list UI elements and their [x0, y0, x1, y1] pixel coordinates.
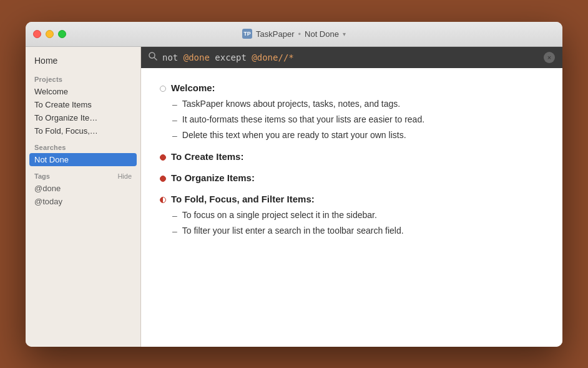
content-area: not @done except @done//* × Welcome: – T…: [141, 47, 562, 347]
search-query[interactable]: not @done except @done//*: [162, 52, 539, 62]
tag-item-done[interactable]: @done: [26, 182, 140, 195]
project-to-organize-items: To Organize Items:: [160, 171, 544, 186]
task-text: Delete this text when you are ready to s…: [182, 128, 406, 142]
task-text: To focus on a single project select it i…: [182, 208, 377, 222]
minimize-button[interactable]: [46, 30, 54, 38]
project-welcome: Welcome: – TaskPaper knows about project…: [160, 81, 544, 143]
tag-item-today[interactable]: @today: [26, 195, 140, 208]
project-to-organize-items-header: To Organize Items:: [160, 171, 544, 186]
search-keyword-except: except: [210, 52, 252, 62]
sidebar-item-home[interactable]: Home: [26, 52, 140, 69]
task-dash-icon: –: [172, 129, 177, 142]
sidebar-section-tags: Tags: [34, 172, 50, 180]
project-to-create-items-header: To Create Items:: [160, 149, 544, 164]
chevron-down-icon[interactable]: ▾: [343, 31, 346, 37]
window-title: TP TaskPaper • Not Done ▾: [242, 29, 346, 39]
search-keyword-not: not: [162, 52, 184, 62]
project-to-organize-items-bullet: [160, 176, 166, 182]
sidebar-section-searches: Searches: [26, 137, 140, 153]
task-item: – TaskPaper knows about projects, tasks,…: [172, 97, 544, 111]
app-window: TP TaskPaper • Not Done ▾ Home Projects …: [26, 22, 562, 347]
task-text: TaskPaper knows about projects, tasks, n…: [182, 97, 400, 111]
task-text: It auto-formats these items so that your…: [182, 112, 424, 126]
project-to-fold-focus: To Fold, Focus, and Filter Items: – To f…: [160, 192, 544, 239]
sidebar-item-to-create-items[interactable]: To Create Items: [26, 98, 140, 111]
tags-hide-button[interactable]: Hide: [117, 172, 132, 180]
task-item: – It auto-formats these items so that yo…: [172, 112, 544, 127]
sidebar-item-to-fold-focus[interactable]: To Fold, Focus,…: [26, 124, 140, 137]
search-tag-done-wildcard: @done//*: [252, 52, 293, 62]
title-subtitle: Not Done: [305, 29, 339, 39]
search-tag-done: @done: [184, 52, 210, 62]
project-welcome-header: Welcome:: [160, 81, 544, 96]
app-icon: TP: [242, 29, 252, 39]
project-to-create-items: To Create Items:: [160, 149, 544, 164]
title-separator: •: [298, 29, 301, 39]
project-to-organize-items-title: To Organize Items:: [171, 171, 255, 186]
svg-line-1: [154, 57, 157, 60]
sidebar: Home Projects Welcome To Create Items To…: [26, 47, 141, 347]
traffic-lights: [33, 30, 66, 38]
task-dash-icon: –: [172, 113, 177, 127]
task-text: To filter your list enter a search in th…: [182, 224, 404, 237]
project-to-fold-focus-title: To Fold, Focus, and Filter Items:: [171, 192, 315, 207]
titlebar: TP TaskPaper • Not Done ▾: [26, 22, 562, 47]
task-item: – To focus on a single project select it…: [172, 208, 544, 222]
maximize-button[interactable]: [58, 30, 66, 38]
app-name: TaskPaper: [256, 29, 294, 39]
tags-header: Tags Hide: [26, 166, 140, 182]
main-layout: Home Projects Welcome To Create Items To…: [26, 47, 562, 347]
document-area: Welcome: – TaskPaper knows about project…: [141, 68, 562, 347]
sidebar-item-welcome[interactable]: Welcome: [26, 85, 140, 98]
search-clear-button[interactable]: ×: [544, 52, 555, 63]
sidebar-item-not-done[interactable]: Not Done: [29, 153, 137, 166]
sidebar-section-projects: Projects: [26, 69, 140, 85]
project-to-fold-focus-header: To Fold, Focus, and Filter Items:: [160, 192, 544, 207]
project-welcome-bullet: [160, 86, 166, 92]
project-to-create-items-title: To Create Items:: [171, 149, 243, 164]
search-bar: not @done except @done//* ×: [141, 47, 562, 68]
task-dash-icon: –: [172, 97, 177, 111]
project-to-fold-focus-bullet: [160, 197, 166, 203]
project-to-create-items-bullet: [160, 154, 166, 161]
search-icon: [149, 52, 157, 62]
project-to-fold-focus-tasks: – To focus on a single project select it…: [172, 208, 544, 239]
project-welcome-tasks: – TaskPaper knows about projects, tasks,…: [172, 97, 544, 143]
close-button[interactable]: [33, 30, 41, 38]
project-welcome-title: Welcome:: [171, 81, 215, 96]
sidebar-item-to-organize-items[interactable]: To Organize Ite…: [26, 111, 140, 124]
task-item: – Delete this text when you are ready to…: [172, 128, 544, 142]
task-dash-icon: –: [172, 224, 177, 238]
task-dash-icon: –: [172, 209, 177, 222]
task-item: – To filter your list enter a search in …: [172, 224, 544, 238]
